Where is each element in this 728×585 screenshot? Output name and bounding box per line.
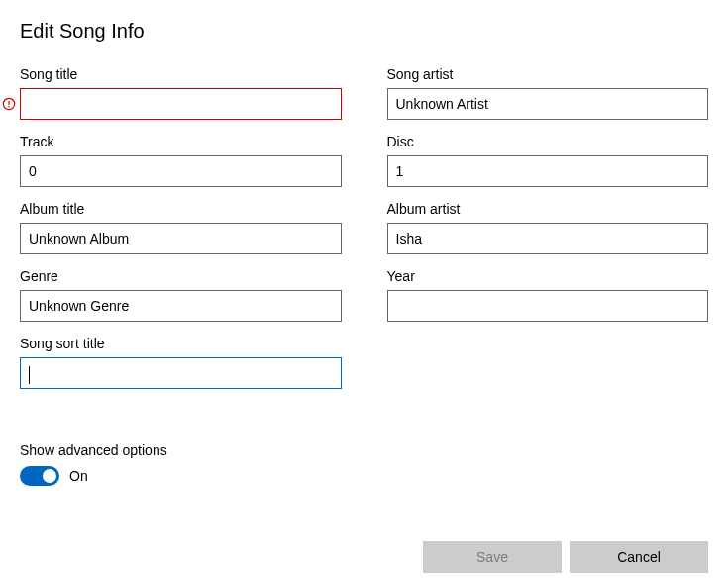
song-artist-input[interactable]: [387, 88, 709, 120]
genre-input[interactable]: [20, 290, 342, 322]
genre-label: Genre: [20, 268, 342, 284]
advanced-toggle[interactable]: [20, 466, 59, 486]
toggle-knob: [43, 469, 56, 483]
album-title-input[interactable]: [20, 223, 342, 254]
song-title-input[interactable]: [20, 88, 342, 120]
right-column: Song artist Disc Album artist Year: [387, 66, 709, 403]
field-song-title: Song title: [20, 66, 342, 120]
year-label: Year: [387, 268, 709, 284]
disc-label: Disc: [387, 134, 709, 149]
album-artist-input[interactable]: [387, 223, 709, 254]
advanced-toggle-row: On: [20, 466, 708, 486]
form-columns: Song title Track Album title Genre Song …: [20, 66, 708, 403]
album-artist-label: Album artist: [387, 201, 709, 217]
song-artist-label: Song artist: [387, 66, 709, 82]
text-caret: [29, 366, 30, 384]
track-label: Track: [20, 134, 342, 149]
field-album-artist: Album artist: [387, 201, 709, 254]
field-genre: Genre: [20, 268, 342, 322]
song-title-label: Song title: [20, 66, 342, 82]
save-button[interactable]: Save: [423, 541, 562, 573]
left-column: Song title Track Album title Genre Song …: [20, 66, 342, 403]
error-icon: [2, 97, 16, 111]
advanced-toggle-state: On: [69, 468, 88, 484]
dialog-title: Edit Song Info: [20, 20, 708, 43]
field-disc: Disc: [387, 134, 709, 187]
field-song-sort-title: Song sort title: [20, 336, 342, 389]
song-sort-title-input[interactable]: [20, 357, 342, 389]
song-sort-title-label: Song sort title: [20, 336, 342, 351]
field-year: Year: [387, 268, 709, 322]
album-title-label: Album title: [20, 201, 342, 217]
field-track: Track: [20, 134, 342, 187]
track-input[interactable]: [20, 155, 342, 187]
year-input[interactable]: [387, 290, 709, 322]
advanced-options-label: Show advanced options: [20, 442, 708, 458]
advanced-section: Show advanced options On: [20, 442, 708, 486]
cancel-button[interactable]: Cancel: [570, 541, 708, 573]
field-song-artist: Song artist: [387, 66, 709, 120]
field-album-title: Album title: [20, 201, 342, 254]
disc-input[interactable]: [387, 155, 709, 187]
svg-point-2: [8, 106, 10, 108]
dialog-buttons: Save Cancel: [423, 541, 708, 573]
